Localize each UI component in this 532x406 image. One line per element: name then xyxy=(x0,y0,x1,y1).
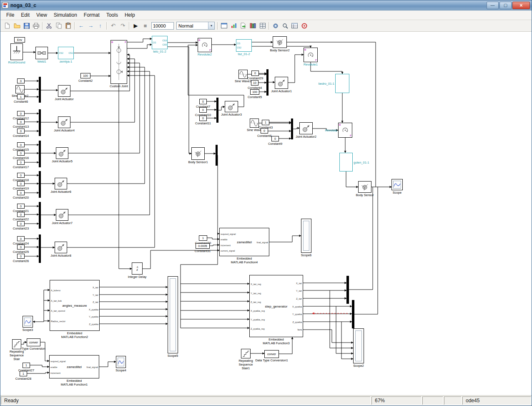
mux-j[interactable] xyxy=(216,145,218,166)
back-button[interactable]: ← xyxy=(76,21,86,30)
body-sensor-block[interactable]: Body Sensor xyxy=(358,181,371,193)
scope4-block[interactable]: Scope4 xyxy=(116,356,126,368)
mux-e[interactable] xyxy=(39,202,41,229)
scope2-block[interactable]: Scope2 xyxy=(353,328,364,363)
menu-edit[interactable]: Edit xyxy=(18,11,33,19)
repeating-sequence-stair1-block[interactable]: Repeating Sequence Stair1 xyxy=(241,349,251,358)
copy-button[interactable] xyxy=(54,21,63,30)
constant30-block[interactable]: 1Constant30 xyxy=(199,235,207,241)
joint-actuator4-block[interactable]: Joint Actuator4 xyxy=(58,116,70,128)
open-model-button[interactable] xyxy=(12,21,22,30)
constant1-block[interactable]: 0 xyxy=(17,78,25,83)
matlab-function3-block[interactable]: step_generatorX_taz_regY_taz_regZ_taz_re… xyxy=(249,275,303,337)
simulation-mode-select[interactable]: Normal▾ xyxy=(176,22,215,30)
close-button[interactable]: × xyxy=(512,2,530,9)
type-conversion-block[interactable]: converType Conversion xyxy=(27,338,40,346)
constant16-block[interactable]: 0Constant16 xyxy=(17,151,25,156)
joint-actuator5-block[interactable]: Joint Actuator5 xyxy=(56,147,68,159)
constant22-block[interactable]: 0Constant22 xyxy=(17,212,25,217)
weld1-block[interactable]: Weld1 xyxy=(35,47,48,59)
scope3-block[interactable]: Scope3 xyxy=(23,316,33,328)
constant4-block[interactable]: 10Constant4 xyxy=(251,80,258,86)
cut-button[interactable] xyxy=(44,21,54,30)
constant2-block[interactable]: 100Constant2 xyxy=(80,73,90,78)
model-canvas[interactable]: EnvRootGroundWeld1CS2CS1zemlya-1BFCustom… xyxy=(0,32,532,395)
print-button[interactable] xyxy=(31,21,41,30)
golen-block[interactable]: golen_01-1 xyxy=(339,153,353,171)
joint-actuator6-block[interactable]: Joint Actuator6 xyxy=(55,178,67,189)
constant26-block[interactable]: 0Constant26 xyxy=(17,254,25,259)
constant12-block[interactable]: 0Constant12 xyxy=(17,111,25,116)
menu-help[interactable]: Help xyxy=(121,11,138,19)
model-browser-button[interactable] xyxy=(219,21,229,30)
mux-k[interactable] xyxy=(346,276,349,304)
menu-simulation[interactable]: Simulation xyxy=(50,11,80,19)
matlab-function4-block[interactable]: zamedlitelrequred_signalenableincrementc… xyxy=(219,228,269,256)
revolute2-block[interactable]: BFRevolute2 xyxy=(198,38,212,52)
joint-actuator7-block[interactable]: Joint Actuator7 xyxy=(56,209,68,221)
library-browser-button[interactable] xyxy=(248,21,258,30)
constant13-block[interactable]: 0Constant13 xyxy=(17,119,25,124)
find-button[interactable] xyxy=(280,21,290,30)
joint-actuator-block[interactable]: Joint Actuator xyxy=(58,85,70,97)
mux-g[interactable] xyxy=(266,69,269,96)
save-model-button[interactable] xyxy=(22,21,31,30)
taz-block[interactable]: CGCS2taz_01-2 xyxy=(236,39,252,52)
mux-d[interactable] xyxy=(39,171,41,198)
constant10-block[interactable]: 0Constant10 xyxy=(199,107,207,113)
constant18-block[interactable]: 0Constant18 xyxy=(17,173,25,178)
generate-report-button[interactable] xyxy=(238,21,248,30)
minimize-button[interactable]: — xyxy=(487,2,499,9)
up-button[interactable]: ↑ xyxy=(95,21,105,30)
start-simulation-button[interactable]: ▶ xyxy=(131,21,141,30)
constant29-block[interactable]: 0Constant29 xyxy=(251,71,259,76)
menu-tools[interactable]: Tools xyxy=(103,11,121,19)
body-sensor1-block[interactable]: Body Sensor1 xyxy=(191,147,205,160)
scope6-block[interactable]: Scope6 xyxy=(301,219,311,253)
constant31-block[interactable]: 0.0005Constant31 xyxy=(196,243,210,249)
constant27-block[interactable]: 1Constant27 xyxy=(23,363,30,368)
paste-button[interactable] xyxy=(63,21,73,30)
constant17-block[interactable]: 0Constant17 xyxy=(17,160,25,165)
constant5-block[interactable]: 100Constant5 xyxy=(250,89,259,95)
constant9-block[interactable]: 0Constant9 xyxy=(271,136,279,141)
mux-i[interactable] xyxy=(291,119,293,139)
constant28-block[interactable]: 1Constant28 xyxy=(20,371,27,376)
scope5-block[interactable]: Scope5 xyxy=(168,276,178,353)
redo-button[interactable]: ↷ xyxy=(118,21,128,30)
constant8-block[interactable]: 0Constant8 xyxy=(261,128,268,134)
constant25-block[interactable]: 0Constant25 xyxy=(17,245,25,250)
bedro-block[interactable]: bedro_01-1 xyxy=(335,74,349,93)
constant24-block[interactable]: 0Constant24 xyxy=(17,236,25,241)
joint-actuator1-block[interactable]: Joint Actuator1 xyxy=(275,77,288,89)
menu-format[interactable]: Format xyxy=(80,11,103,19)
stop-simulation-button[interactable]: ■ xyxy=(141,21,150,30)
integer-delay-block[interactable]: -1zInteger Delay xyxy=(132,262,143,275)
mux-c[interactable] xyxy=(39,141,41,167)
matlab-function2-block[interactable]: angles_measureA_kolenoA_taz_bokA_taz_vpe… xyxy=(50,280,100,331)
sine-wave-block[interactable]: Sine Wave xyxy=(250,119,259,128)
undo-button[interactable]: ↶ xyxy=(108,21,118,30)
joint-actuator8-block[interactable]: Joint Actuator8 xyxy=(55,242,67,253)
mux-f[interactable] xyxy=(39,235,41,263)
maximize-button[interactable]: ▢ xyxy=(499,2,512,9)
matlab-function1-block[interactable]: zamedlitelrequred_signalenableincrementf… xyxy=(49,355,99,378)
constant15-block[interactable]: 0Constant15 xyxy=(17,142,25,147)
telo-block[interactable]: CGCS3CS5telo_01-2 xyxy=(152,36,168,49)
constant3-block[interactable]: 1Constant3 xyxy=(262,120,269,125)
mux-h[interactable] xyxy=(216,98,218,123)
menu-view[interactable]: View xyxy=(33,11,50,19)
scope-block[interactable]: Scope xyxy=(391,179,403,190)
constant7-block[interactable]: 0Constant7 xyxy=(199,99,207,104)
debug-button[interactable] xyxy=(271,21,280,30)
constant19-block[interactable]: 0Constant19 xyxy=(17,181,25,186)
menu-file[interactable]: File xyxy=(3,11,18,19)
constant21-block[interactable]: 0Constant21 xyxy=(17,204,25,209)
highlight-button[interactable] xyxy=(299,21,309,30)
simulation-stepper-button[interactable] xyxy=(229,21,238,30)
data-type-conversion1-block[interactable]: converData Type Conversion1 xyxy=(264,350,279,358)
body-sensor2-block[interactable]: Body Sensor2 xyxy=(273,36,287,48)
rootground-block[interactable]: RootGround xyxy=(10,43,23,60)
zemlya-block[interactable]: CS2CS1zemlya-1 xyxy=(58,47,74,59)
constant11-block[interactable]: 0Constant11 xyxy=(199,116,207,121)
